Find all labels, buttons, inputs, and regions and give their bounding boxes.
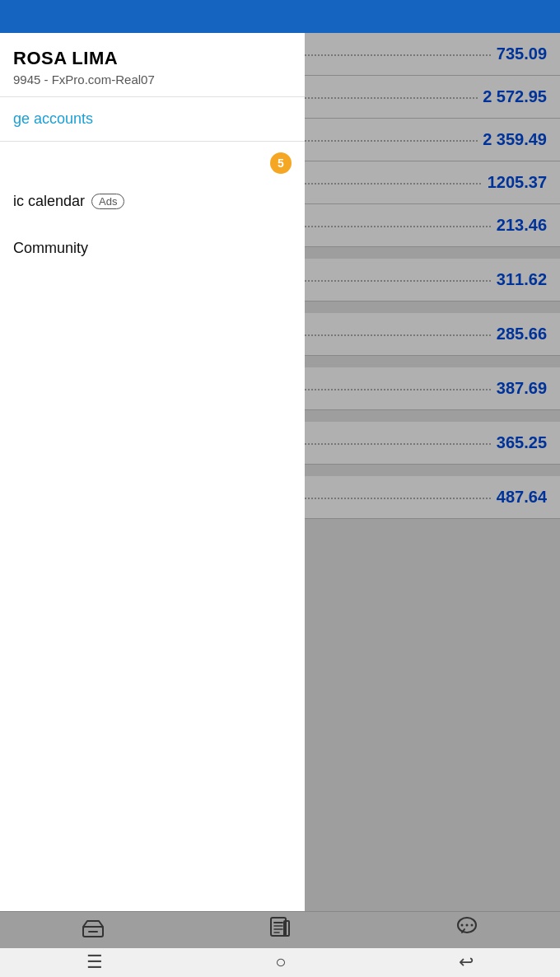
menu-items-list: 5 ic calendar Ads Community <box>0 142 305 278</box>
data-row-4[interactable]: 213.46 <box>305 204 560 247</box>
data-row-0[interactable]: 735.09 <box>305 33 560 76</box>
data-value-6: 285.66 <box>492 325 547 344</box>
economic-calendar-label: ic calendar <box>13 193 85 210</box>
bottom-nav-icons <box>0 911 560 948</box>
economic-calendar-menu-item[interactable]: ic calendar Ads <box>0 178 305 225</box>
user-account: 9945 - FxPro.com-Real07 <box>13 72 292 86</box>
spacer-4 <box>305 410 560 422</box>
user-name: ROSA LIMA <box>13 48 292 69</box>
left-drawer: ROSA LIMA 9945 - FxPro.com-Real07 ge acc… <box>0 33 305 911</box>
chat-icon[interactable] <box>455 914 479 945</box>
community-menu-item[interactable]: Community <box>0 225 305 272</box>
spacer-3 <box>305 356 560 367</box>
data-row-9[interactable]: 487.64 <box>305 476 560 519</box>
data-value-1: 2 572.95 <box>478 87 547 106</box>
news-icon[interactable] <box>268 914 292 945</box>
bottom-nav: ☰ ○ ↩ <box>0 911 560 977</box>
android-navigation-bar: ☰ ○ ↩ <box>0 948 560 977</box>
android-home-button[interactable]: ○ <box>275 951 286 973</box>
manage-accounts-link[interactable]: ge accounts <box>0 97 305 142</box>
data-value-8: 365.25 <box>492 433 547 452</box>
data-value-9: 487.64 <box>492 488 547 507</box>
android-menu-button[interactable]: ☰ <box>86 951 103 973</box>
data-value-4: 213.46 <box>492 216 547 235</box>
community-label: Community <box>13 240 88 257</box>
data-value-0: 735.09 <box>492 44 547 63</box>
data-row-7[interactable]: 387.69 <box>305 367 560 410</box>
notifications-menu-item[interactable]: 5 <box>0 148 305 178</box>
ads-badge: Ads <box>91 194 124 209</box>
data-rows-list: 735.09 2 572.95 2 359.49 1205.37 213.46 … <box>305 33 560 519</box>
android-back-button[interactable]: ↩ <box>459 951 474 973</box>
spacer-1 <box>305 247 560 259</box>
top-status-bar <box>0 0 560 33</box>
data-row-8[interactable]: 365.25 <box>305 422 560 465</box>
svg-point-14 <box>470 924 473 927</box>
data-value-2: 2 359.49 <box>478 130 547 149</box>
right-panel: 735.09 2 572.95 2 359.49 1205.37 213.46 … <box>305 0 560 911</box>
data-value-3: 1205.37 <box>483 173 547 192</box>
data-row-2[interactable]: 2 359.49 <box>305 119 560 161</box>
data-row-3[interactable]: 1205.37 <box>305 161 560 204</box>
data-value-5: 311.62 <box>492 270 547 289</box>
notification-badge: 5 <box>270 152 292 174</box>
svg-point-13 <box>465 924 468 927</box>
svg-point-12 <box>460 924 463 927</box>
data-row-5[interactable]: 311.62 <box>305 259 560 302</box>
spacer-2 <box>305 302 560 313</box>
user-info-section: ROSA LIMA 9945 - FxPro.com-Real07 <box>0 33 305 97</box>
inbox-icon[interactable] <box>81 914 105 945</box>
spacer-5 <box>305 465 560 476</box>
data-row-6[interactable]: 285.66 <box>305 313 560 356</box>
data-row-1[interactable]: 2 572.95 <box>305 76 560 119</box>
data-value-7: 387.69 <box>492 379 547 398</box>
